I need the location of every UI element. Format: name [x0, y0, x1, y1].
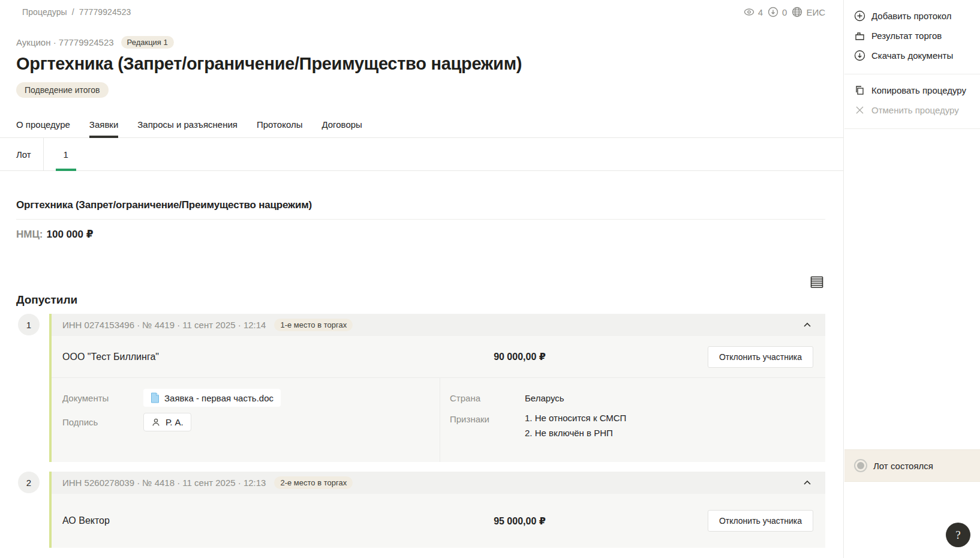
eye-icon	[743, 6, 755, 18]
trade-result-button[interactable]: Результат торгов	[854, 26, 980, 46]
nmc-row: НМЦ:100 000 ₽	[16, 228, 825, 241]
participant-row-2: 2 ИНН 5260278039 · № 4418 · 11 сент 2025…	[18, 472, 825, 548]
participant-card-header: ИНН 5260278039 · № 4418 · 11 сент 2025 ·…	[52, 472, 825, 494]
download-circle-icon	[854, 50, 865, 61]
header-stats: 4 0 ЕИС	[743, 6, 825, 18]
status-badge: Подведение итогов	[16, 82, 109, 98]
procedure-type-line: Аукцион · 77779924523	[16, 37, 114, 47]
result-box-icon	[854, 30, 865, 41]
divider	[16, 219, 825, 220]
nmc-value: 100 000 ₽	[47, 229, 94, 240]
breadcrumb: Процедуры / 77779924523	[22, 7, 134, 17]
help-button[interactable]: ?	[946, 523, 970, 547]
participant-number: 1	[18, 314, 40, 335]
participant-meta: ИНН 5260278039 · № 4418 · 11 сент 2025 ·…	[62, 478, 266, 488]
reject-participant-button[interactable]: Отклонить участника	[708, 510, 813, 532]
file-icon	[151, 392, 160, 403]
download-circle-icon	[767, 6, 779, 18]
views-counter: 4	[743, 6, 763, 18]
copy-procedure-label: Копировать процедуру	[871, 85, 966, 95]
document-file-name: Заявка - первая часть.doc	[164, 393, 273, 403]
downloads-count: 0	[782, 7, 787, 17]
main-content: Процедуры / 77779924523 4 0 ЕИС	[0, 0, 844, 558]
tab-applications[interactable]: Заявки	[89, 115, 118, 137]
trade-result-label: Результат торгов	[871, 31, 942, 41]
globe-icon	[791, 6, 803, 18]
person-icon	[151, 418, 161, 427]
document-file-chip[interactable]: Заявка - первая часть.doc	[143, 389, 281, 407]
tab-requests[interactable]: Запросы и разъяснения	[137, 115, 238, 137]
table-view-icon[interactable]	[810, 275, 824, 289]
page: Процедуры / 77779924523 4 0 ЕИС	[0, 0, 980, 558]
reject-participant-button[interactable]: Отклонить участника	[708, 346, 813, 368]
participant-card: ИНН 0274153496 · № 4419 · 11 сент 2025 ·…	[49, 314, 825, 462]
bid-price: 95 000,00 ₽	[494, 515, 546, 527]
download-documents-button[interactable]: Скачать документы	[854, 46, 980, 65]
participant-main-row: АО Вектор 95 000,00 ₽ Отклонить участник…	[52, 494, 825, 548]
lot-tabs: Лот 1	[0, 138, 843, 171]
revision-badge: Редакция 1	[121, 36, 174, 49]
eis-label: ЕИС	[806, 7, 825, 17]
lot-status-label: Лот состоялся	[873, 461, 933, 471]
lot-status-strip: Лот состоялся	[844, 449, 980, 482]
company-name: ООО "Тест Биллинга"	[62, 352, 494, 362]
tab-protocols[interactable]: Протоколы	[257, 115, 302, 137]
breadcrumb-procedures-link[interactable]: Процедуры	[22, 7, 67, 17]
bid-price: 90 000,00 ₽	[494, 351, 546, 362]
views-count: 4	[758, 7, 763, 17]
collapse-chevron-up-icon[interactable]	[801, 477, 813, 489]
tab-contracts[interactable]: Договоры	[321, 115, 362, 137]
collapse-chevron-up-icon[interactable]	[801, 319, 813, 331]
country-value: Беларусь	[525, 393, 564, 403]
lot-label: Лот	[0, 138, 44, 170]
admitted-section: Допустили 1 ИНН 0274153496 · № 4419 · 11…	[0, 293, 843, 548]
attribute-item: 2. Не включён в РНП	[525, 428, 626, 438]
participant-row-1: 1 ИНН 0274153496 · № 4419 · 11 сент 2025…	[18, 314, 825, 462]
nmc-label: НМЦ:	[16, 229, 43, 240]
copy-icon	[854, 85, 865, 96]
tabs: О процедуре Заявки Запросы и разъяснения…	[0, 115, 843, 138]
eis-link[interactable]: ЕИС	[791, 6, 825, 18]
close-icon	[854, 104, 865, 116]
lot-section: Оргтехника (Запрет/ограничение/Преимущес…	[0, 199, 843, 241]
lot-title: Оргтехника (Запрет/ограничение/Преимущес…	[16, 199, 825, 211]
attributes-label: Признаки	[450, 413, 525, 424]
participant-card: ИНН 5260278039 · № 4418 · 11 сент 2025 ·…	[49, 472, 825, 548]
breadcrumb-separator: /	[72, 7, 74, 17]
downloads-counter: 0	[767, 6, 787, 18]
participant-number: 2	[18, 472, 40, 493]
place-badge: 1-е место в торгах	[274, 319, 353, 331]
top-bar: Процедуры / 77779924523 4 0 ЕИС	[0, 0, 843, 18]
company-name: АО Вектор	[62, 515, 494, 526]
signature-label: Подпись	[62, 417, 143, 427]
tab-about[interactable]: О процедуре	[16, 115, 70, 137]
radio-dot	[857, 462, 864, 469]
cancel-procedure-label: Отменить процедуру	[871, 105, 959, 115]
country-label: Страна	[450, 393, 525, 403]
page-title: Оргтехника (Запрет/ограничение/Преимущес…	[16, 54, 825, 74]
download-documents-label: Скачать документы	[871, 50, 953, 61]
admitted-heading: Допустили	[16, 293, 843, 307]
attribute-item: 1. Не относится к СМСП	[525, 413, 626, 423]
add-protocol-label: Добавить протокол	[871, 11, 951, 21]
copy-procedure-button[interactable]: Копировать процедуру	[854, 80, 980, 100]
attributes-list: 1. Не относится к СМСП 2. Не включён в Р…	[525, 413, 626, 443]
participant-card-header: ИНН 0274153496 · № 4419 · 11 сент 2025 ·…	[52, 314, 825, 336]
cancel-procedure-button: Отменить процедуру	[854, 100, 980, 120]
actions-sidebar: Добавить протокол Результат торгов Скача…	[844, 0, 980, 558]
participant-meta: ИНН 0274153496 · № 4419 · 11 сент 2025 ·…	[62, 320, 266, 330]
add-protocol-button[interactable]: Добавить протокол	[854, 6, 980, 26]
divider	[844, 128, 980, 129]
participant-main-row: ООО "Тест Биллинга" 90 000,00 ₽ Отклонит…	[52, 336, 825, 378]
documents-label: Документы	[62, 393, 143, 403]
lot-tab-1[interactable]: 1	[56, 138, 76, 170]
plus-circle-icon	[854, 10, 865, 22]
signature-chip[interactable]: Р. А.	[143, 413, 191, 431]
place-badge: 2-е место в торгах	[274, 476, 353, 489]
participant-details: Документы Заявка - первая часть.doc Подп…	[52, 378, 825, 462]
signature-initials: Р. А.	[166, 417, 184, 427]
lot-status-radio[interactable]	[854, 459, 867, 472]
procedure-header: Аукцион · 77779924523 Редакция 1 Оргтехн…	[0, 36, 843, 98]
breadcrumb-current: 77779924523	[79, 7, 131, 17]
